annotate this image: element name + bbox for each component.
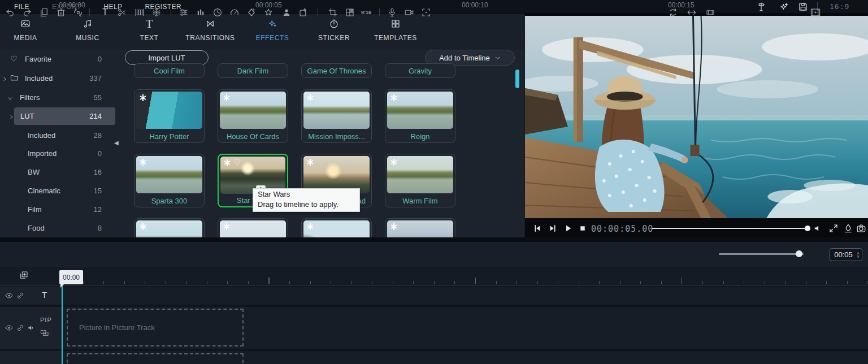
favorite-heart-icon[interactable]: ♡ xyxy=(233,157,241,167)
voiceover-icon[interactable] xyxy=(386,6,398,19)
previous-frame-icon[interactable] xyxy=(532,223,542,233)
templates-icon xyxy=(390,17,401,31)
asterisk-badge-icon xyxy=(222,93,231,102)
tab-transitions[interactable]: TRANSITIONS xyxy=(176,17,244,47)
sidebar-item-cinematic[interactable]: Cinematic 15 xyxy=(0,182,120,200)
crop-icon[interactable] xyxy=(327,6,339,19)
preview-progress-handle[interactable] xyxy=(805,226,810,231)
effect-card[interactable]: Reign xyxy=(385,89,455,143)
effect-card[interactable]: Cool Film xyxy=(134,63,205,78)
effect-card[interactable]: Gravity xyxy=(385,63,455,78)
magic-star-icon[interactable] xyxy=(779,2,789,12)
speaker-icon[interactable] xyxy=(27,323,36,332)
tab-sticker[interactable]: STICKER xyxy=(309,17,359,47)
preview-progress-slider[interactable] xyxy=(652,228,805,229)
speed-icon[interactable] xyxy=(211,6,224,19)
effect-card[interactable]: Sparta 300 xyxy=(134,154,205,207)
eye-icon[interactable] xyxy=(5,323,14,332)
chevron-right-icon[interactable] xyxy=(8,113,14,122)
playhead-line[interactable] xyxy=(62,284,63,364)
sidebar-item-filters[interactable]: Filters 55 xyxy=(0,89,120,106)
pip-track-lane[interactable]: Picture in Picture Track xyxy=(62,307,868,349)
keyframe-icon[interactable] xyxy=(297,6,310,19)
chevron-right-icon[interactable] xyxy=(2,75,7,84)
text-track-label: T xyxy=(42,290,47,300)
asterisk-badge-icon xyxy=(138,93,147,102)
pip-track-label: PIP xyxy=(40,317,52,323)
sidebar-item-included-sub[interactable]: Included 28 xyxy=(0,127,120,144)
effect-card[interactable]: Dark Film xyxy=(218,63,288,78)
effect-card[interactable]: Game Of Thrones xyxy=(301,63,372,78)
transitions-icon xyxy=(205,17,215,31)
redo-icon[interactable] xyxy=(21,6,33,19)
ruler-label: 00:00:05 xyxy=(255,1,282,9)
film-small-icon[interactable] xyxy=(704,6,717,19)
app-window: FILE EXPORT HELP REGISTER 16:9 MEDIA MUS… xyxy=(0,0,868,364)
duration-spinner[interactable]: 00:05 ∧∨ xyxy=(830,248,862,261)
effect-card[interactable]: Mission Imposs... xyxy=(301,89,372,143)
play-icon[interactable] xyxy=(563,223,573,233)
mute-icon[interactable] xyxy=(813,223,823,233)
signpost-icon[interactable] xyxy=(756,2,766,12)
effect-card[interactable]: House Of Cards xyxy=(218,89,288,143)
sidebar-item-imported[interactable]: Imported 0 xyxy=(0,145,120,162)
asterisk-badge-icon xyxy=(138,222,147,231)
adjust-icon[interactable] xyxy=(177,6,190,19)
undo-icon[interactable] xyxy=(4,6,16,19)
ruler-label: 00:00:10 xyxy=(462,1,488,9)
playhead-flag[interactable]: 00:00 xyxy=(59,270,83,284)
duration-value[interactable]: 00:05 xyxy=(830,250,857,259)
save-icon[interactable] xyxy=(798,2,808,12)
music-icon xyxy=(83,17,93,31)
split-icon[interactable] xyxy=(116,6,128,19)
toolbar-separator xyxy=(89,8,90,16)
tab-effects[interactable]: EFFECTS xyxy=(247,17,298,47)
film-play-icon[interactable] xyxy=(809,6,822,19)
chevron-down-icon[interactable] xyxy=(7,94,13,103)
timeline-zoom-slider[interactable] xyxy=(719,253,804,255)
eye-icon[interactable] xyxy=(5,291,14,300)
section-divider xyxy=(0,237,868,242)
record-icon[interactable] xyxy=(403,6,415,19)
sidebar-item-favorite[interactable]: ♡ Favorite 0 xyxy=(0,50,120,68)
scrollbar-thumb[interactable] xyxy=(515,70,519,88)
preview-quality-icon[interactable] xyxy=(420,6,432,19)
effect-card[interactable]: Harry Potter xyxy=(134,89,205,143)
sidebar-item-bw[interactable]: BW 16 xyxy=(0,163,120,181)
freeze-frame-icon[interactable] xyxy=(150,6,163,19)
speedometer-icon[interactable] xyxy=(228,6,241,19)
sidebar-item-included[interactable]: Included 337 xyxy=(0,70,120,87)
asterisk-badge-icon xyxy=(306,93,315,102)
text-track-lane[interactable] xyxy=(62,287,868,305)
video-track-lane[interactable] xyxy=(62,351,868,364)
panel-collapse-icon[interactable]: ◀ xyxy=(114,140,119,146)
tab-media[interactable]: MEDIA xyxy=(0,17,51,47)
tab-templates[interactable]: TEMPLATES xyxy=(367,17,424,47)
add-track-icon[interactable] xyxy=(19,271,28,280)
render-icon[interactable] xyxy=(843,223,853,233)
aspect-ratio-icon[interactable]: 9:16 xyxy=(358,6,374,19)
fullscreen-icon[interactable] xyxy=(828,223,839,233)
sidebar-item-film[interactable]: Film 12 xyxy=(0,201,120,218)
text-tool-icon[interactable]: T xyxy=(99,6,111,19)
timeline-zoom-handle[interactable] xyxy=(796,250,802,257)
tooltip-body: Drag to timeline to apply. xyxy=(258,200,355,210)
snapshot-icon[interactable] xyxy=(856,223,866,233)
link-icon[interactable] xyxy=(16,323,25,332)
sidebar-item-food[interactable]: Food 8 xyxy=(0,219,120,237)
stop-icon[interactable] xyxy=(578,223,588,233)
trim-icon[interactable] xyxy=(133,6,146,19)
effects-icon xyxy=(267,17,277,31)
audio-mixer-icon[interactable] xyxy=(194,6,207,19)
sidebar-item-lut[interactable]: LUT 214 xyxy=(0,107,120,125)
menubar: FILE EXPORT HELP REGISTER xyxy=(0,0,868,14)
effect-card[interactable]: Warm Film xyxy=(385,154,455,207)
toolbar-separator xyxy=(379,8,380,16)
split-screen-icon[interactable] xyxy=(344,6,356,19)
link-icon[interactable] xyxy=(16,291,25,300)
next-frame-icon[interactable] xyxy=(548,223,558,233)
motion-track-icon[interactable] xyxy=(280,6,293,19)
tab-music[interactable]: MUSIC xyxy=(62,17,113,47)
tab-text[interactable]: T TEXT xyxy=(124,17,175,47)
paste-icon[interactable] xyxy=(38,6,50,19)
